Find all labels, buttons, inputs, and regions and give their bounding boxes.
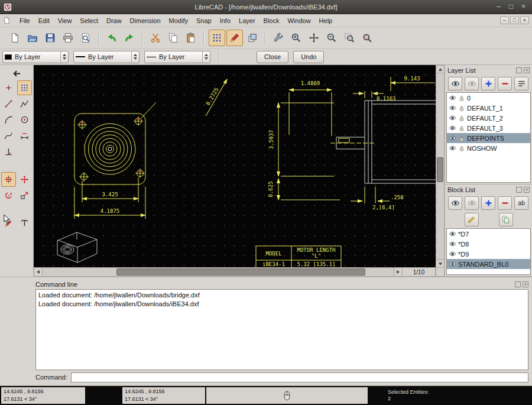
toolbar-separator [265,31,266,45]
rename-button[interactable]: ab [514,196,528,210]
eye-open-button[interactable] [448,196,462,210]
menu-draw[interactable]: Draw [102,15,126,26]
block-row--d8[interactable]: *D8 [447,239,530,249]
layer-row-defpoints[interactable]: DEFPOINTS [447,133,530,143]
print-preview-button[interactable] [77,30,94,46]
draft-pen-button[interactable] [226,30,243,46]
pen-color-select[interactable]: By Layer [2,51,69,63]
plus-button[interactable] [481,77,495,90]
print-button[interactable] [60,30,76,46]
spline-button[interactable] [1,128,16,143]
rotate-button[interactable] [1,188,16,203]
mdi-restore-button[interactable]: □ [510,17,519,24]
plus-icon [484,199,493,208]
undo-button[interactable] [103,30,120,46]
pencil-button[interactable] [465,213,479,226]
float-panel-button[interactable] [516,67,522,73]
block-row--d7[interactable]: *D7 [447,229,530,239]
polyline-button[interactable] [17,96,32,111]
open-file-button[interactable] [24,30,41,46]
menu-view[interactable]: View [54,15,76,26]
mdi-minimize-button[interactable]: – [500,17,509,24]
circle-button[interactable] [17,112,32,127]
paste-button[interactable] [183,30,199,46]
layer-row-noshow[interactable]: NOSHOW [447,143,530,153]
drawing-canvas[interactable]: 0.2725 3.425 4.1875 [34,65,436,267]
plus-button[interactable] [481,196,495,210]
dimension-button[interactable] [17,128,32,143]
point-button[interactable] [1,80,16,95]
maximize-button[interactable]: □ [505,2,517,12]
vertical-scrollbar[interactable] [436,65,445,277]
minus-button[interactable] [498,196,512,210]
float-panel-button[interactable] [515,281,521,287]
menu-snap[interactable]: Snap [192,15,216,26]
menu-modify[interactable]: Modify [165,15,192,26]
cut-button[interactable] [147,30,164,46]
layer-row-0[interactable]: 0 [447,93,530,103]
zoom-in-button[interactable] [288,30,304,46]
menu-layer[interactable]: Layer [235,15,259,26]
close-action-button[interactable]: Close [257,51,288,63]
snap-grid-button[interactable] [209,30,225,46]
move-button[interactable] [17,172,32,187]
redo-button[interactable] [121,30,138,46]
close-panel-button[interactable]: × [524,67,530,73]
layer-row-default-2[interactable]: DEFAULT_2 [447,113,530,123]
menu-select[interactable]: Select [76,15,102,26]
save-block-button[interactable] [499,213,513,226]
layer-row-default-3[interactable]: DEFAULT_3 [447,123,530,133]
select-button[interactable] [1,172,16,187]
scroll-down-icon[interactable] [436,260,444,267]
eye-closed-button[interactable] [465,77,479,90]
scroll-up-icon[interactable] [436,66,444,73]
float-panel-button[interactable] [516,187,522,193]
pen-linetype-value: By Layer [159,53,202,60]
hscroll-thumb[interactable] [116,268,366,276]
block-row--d9[interactable]: *D9 [447,249,530,259]
scroll-left-icon[interactable] [34,268,43,276]
mdi-close-button[interactable]: × [520,17,529,24]
minimize-button[interactable]: – [492,2,505,12]
dim-hole-spacing: 3.425 [82,177,138,202]
scroll-right-icon[interactable] [394,268,402,276]
draw-order-button[interactable] [244,30,261,46]
command-input[interactable] [71,372,528,383]
menu-block[interactable]: Block [259,15,284,26]
copy-button[interactable] [165,30,181,46]
menu-dimension[interactable]: Dimension [126,15,165,26]
close-panel-button[interactable]: × [523,281,528,287]
save-file-button[interactable] [42,30,59,46]
menu-edit[interactable]: Edit [34,15,54,26]
attributes-button[interactable] [514,77,528,90]
eye-open-button[interactable] [448,77,462,90]
pen-width-select[interactable]: By Layer [73,51,140,63]
zoom-out-button[interactable] [323,30,340,46]
new-document-button[interactable] [7,30,23,46]
vscroll-thumb[interactable] [437,157,443,182]
zoom-pan-button[interactable] [359,30,375,46]
zoom-redraw-button[interactable] [306,30,322,46]
menu-info[interactable]: Info [216,15,235,26]
pen-linetype-select[interactable]: By Layer [144,51,210,63]
menu-help[interactable]: Help [315,15,337,26]
block-row-standard-bl0[interactable]: STANDARD_BL0 [447,259,530,269]
eye-closed-button[interactable] [465,196,479,210]
line-button[interactable] [1,96,16,111]
close-panel-button[interactable]: × [524,187,530,193]
back-arrow-button[interactable] [1,67,32,79]
minus-button[interactable] [498,77,512,90]
wrench-button[interactable] [270,30,287,46]
text-button[interactable] [17,216,32,231]
snap-grid-button[interactable] [17,80,32,95]
undo-action-button[interactable]: Undo [293,51,324,63]
perpendicular-button[interactable] [1,144,16,159]
zoom-window-button[interactable] [341,30,358,46]
scale-button[interactable] [17,188,32,203]
horizontal-scrollbar[interactable]: 1/10 [34,267,436,277]
close-button[interactable]: × [517,2,530,12]
menu-window[interactable]: Window [283,15,314,26]
menu-file[interactable]: File [15,15,34,26]
layer-row-default-1[interactable]: DEFAULT_1 [447,103,530,113]
arc-button[interactable] [1,112,16,127]
